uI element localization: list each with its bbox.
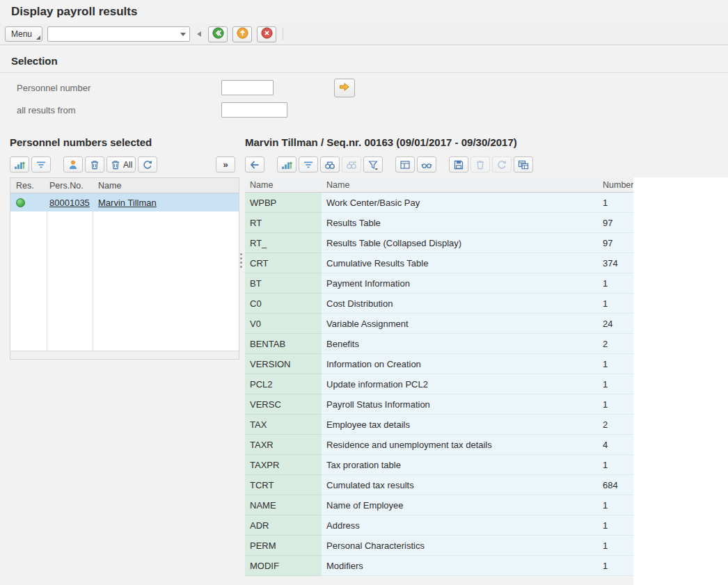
table-number-cell: 1 [597,536,633,556]
personnel-panel-title: Personnel numbers selected [10,136,239,150]
find-next-button [342,157,361,173]
cancel-icon [261,27,273,41]
save-button[interactable] [449,157,468,173]
result-table-row[interactable]: WPBP Work Center/Basic Pay 1 [245,193,633,213]
personnel-row[interactable]: 80001035 Marvin Tillman [10,193,239,211]
table-description-cell: Personal Characteristics [322,536,597,556]
trash-icon [475,159,486,170]
green-status-led-icon [16,198,25,207]
find-button[interactable] [320,157,340,173]
delete-all-label: All [123,160,132,170]
refresh-icon [496,159,507,170]
table-number-cell: 97 [597,233,633,253]
table-description-cell: Tax proration table [322,455,597,475]
cancel-button[interactable] [257,26,276,42]
table-description-cell: Cumulated tax results [322,475,597,495]
column-header-code[interactable]: Name [245,177,322,192]
trash-icon [89,159,100,170]
multiple-selection-button[interactable] [334,79,355,97]
result-table-row[interactable]: BENTAB Benefits 2 [245,334,633,354]
table-description-cell: Address [322,515,597,536]
panels-region: Personnel numbers selected [0,136,728,585]
result-table-row[interactable]: PCL2 Update information PCL2 1 [245,374,633,394]
left-arrow-icon [249,159,260,170]
column-header-description[interactable]: Name [322,177,597,192]
refresh-button [492,157,512,173]
delete-all-button[interactable]: All [106,157,136,173]
table-code-cell: NAME [245,495,322,515]
result-table-row[interactable]: RT Results Table 97 [245,213,633,233]
table-number-cell: 1 [597,556,633,576]
set-filter-button[interactable] [363,157,383,173]
personnel-panel: Personnel numbers selected [10,136,239,360]
result-table-row[interactable]: V0 Variable Assignment 24 [245,314,633,334]
personnel-number-link[interactable]: 80001035 [49,198,90,208]
chevron-down-icon[interactable] [177,33,189,36]
refresh-icon [142,159,153,170]
choose-layout-button[interactable] [395,157,415,173]
table-description-cell: Update information PCL2 [322,374,597,394]
select-employee-button[interactable] [63,157,83,173]
column-header-persno[interactable]: Pers.No. [47,178,93,193]
refresh-button[interactable] [138,157,157,173]
command-combobox[interactable] [47,26,190,42]
result-table-row[interactable]: VERSC Payroll Status Information 1 [245,394,633,415]
filter-button[interactable] [299,157,318,173]
back-button[interactable] [208,26,228,42]
table-number-cell: 684 [597,475,633,495]
delete-button[interactable] [85,157,104,173]
result-table-row[interactable]: TCRT Cumulated tax results 684 [245,475,633,495]
table-code-cell: ADR [245,515,322,536]
triangle-left-icon [197,31,201,37]
panel-splitter[interactable] [238,156,244,364]
result-table-row[interactable]: VERSION Information on Creation 1 [245,354,633,374]
chevron-double-right-icon: » [223,159,228,170]
result-table-row[interactable]: PERM Personal Characteristics 1 [245,536,633,556]
trash-icon [110,159,121,170]
binoculars-plus-icon [346,159,357,170]
table-code-cell: PCL2 [245,374,322,394]
personnel-number-input[interactable] [221,80,274,95]
filter-button[interactable] [31,157,51,173]
result-table-row[interactable]: TAXR Residence and unemployment tax deta… [245,435,633,455]
personnel-table-header: Res. Pers.No. Name [10,178,239,193]
column-header-name[interactable]: Name [93,178,239,193]
export-button[interactable] [514,157,533,173]
results-panel-title: Marvin Tillman / Seq.nr. 00163 (09/01/20… [245,136,633,150]
table-description-cell: Results Table [322,213,597,233]
personnel-name-cell: Marvin Tillman [93,193,239,211]
result-table-row[interactable]: CRT Cumulative Results Table 374 [245,253,633,273]
column-divider [47,211,47,351]
table-code-cell: RT_ [245,233,322,253]
table-number-cell: 1 [597,273,633,294]
details-button[interactable] [417,157,436,173]
table-description-cell: Variable Assignment [322,314,597,334]
table-number-cell: 2 [597,334,633,354]
result-table-row[interactable]: MODIF Modifiers 1 [245,556,633,576]
personnel-name-link[interactable]: Marvin Tillman [98,198,157,208]
table-number-cell: 24 [597,314,633,334]
result-table-row[interactable]: C0 Cost Distribution 1 [245,294,633,314]
personnel-table-empty-area [10,211,239,351]
sort-ascending-button[interactable] [10,157,29,173]
result-table-row[interactable]: TAXPR Tax proration table 1 [245,455,633,475]
table-description-cell: Name of Employee [322,495,597,515]
back-step-button[interactable] [245,157,264,173]
result-table-row[interactable]: BT Payment Information 1 [245,273,633,294]
column-header-number[interactable]: Number [597,177,633,192]
personnel-number-label: Personnel number [17,83,221,93]
expand-panel-button[interactable]: » [216,157,235,173]
sort-ascending-button[interactable] [277,157,296,173]
table-code-cell: PERM [245,536,322,556]
result-table-row[interactable]: RT_ Results Table (Collapsed Display) 97 [245,233,633,253]
exit-button[interactable] [232,26,252,42]
column-header-res[interactable]: Res. [10,178,47,193]
result-table-row[interactable]: NAME Name of Employee 1 [245,495,633,515]
result-table-row[interactable]: ADR Address 1 [245,515,633,536]
table-number-cell: 97 [597,213,633,233]
table-code-cell: BENTAB [245,334,322,354]
history-collapse-button[interactable] [195,26,203,42]
menu-button[interactable]: Menu [5,26,42,42]
result-table-row[interactable]: TAX Employee tax details 2 [245,415,633,435]
all-results-from-input[interactable] [221,102,287,118]
